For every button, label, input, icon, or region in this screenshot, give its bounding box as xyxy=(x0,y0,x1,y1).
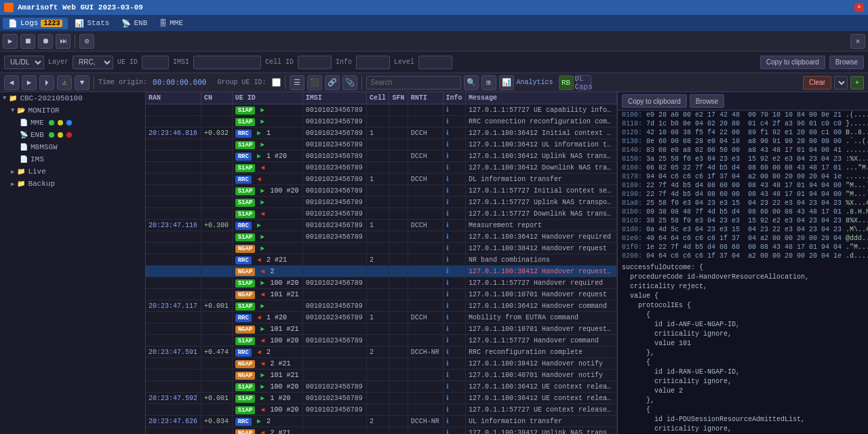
imsi-input[interactable] xyxy=(193,56,261,69)
icon-btn1[interactable]: ☰ xyxy=(290,75,304,90)
table-row[interactable]: 20:23:47.626 +0.034 RRC ▶ 2 2 DCCH-NR ℹ … xyxy=(146,416,617,427)
rb-btn[interactable]: RB xyxy=(559,75,574,90)
clear-select[interactable] xyxy=(834,76,848,90)
copy-btn[interactable]: Copy to clipboard xyxy=(622,94,687,108)
info-icon: ℹ xyxy=(446,383,449,391)
ueid-input[interactable] xyxy=(142,56,169,69)
close-panel-button[interactable]: ✕ xyxy=(850,34,865,49)
filter-button[interactable]: ▼ xyxy=(75,75,90,90)
table-row[interactable]: 20:23:47.117 +0.001 S1AP ▶ 0010102345678… xyxy=(146,300,617,312)
icon-btn2[interactable]: ⬛ xyxy=(307,75,322,90)
table-row[interactable]: S1AP ◀ 00101023456789 ℹ 127.0.1.1:57727 … xyxy=(146,208,617,220)
table-row[interactable]: RRC ◀ 00101023456789 1 DCCH ℹ DL informa… xyxy=(146,174,617,185)
cell-cn xyxy=(201,370,233,381)
json-display: successfulOutcome: { procedureCode id-Ha… xyxy=(618,260,868,434)
close-button[interactable]: × xyxy=(854,3,864,12)
table-row[interactable]: S1AP ▶ 100 #20 00101023456789 ℹ 127.0.1.… xyxy=(146,381,617,393)
browse-btn2[interactable]: Browse xyxy=(690,94,724,108)
icon-btn3[interactable]: 🔗 xyxy=(325,75,340,90)
enb-icon: 📡 xyxy=(121,19,131,28)
tree-root[interactable]: ▼ 📁 CBC-2021050100 xyxy=(0,92,145,104)
cell-imsi: 00101023456789 xyxy=(302,116,366,127)
add-button[interactable]: + xyxy=(850,76,864,90)
search-icon-btn[interactable]: 🔍 xyxy=(464,75,479,90)
table-row[interactable]: S1AP ▶ 00101023456789 ℹ RRC connection r… xyxy=(146,116,617,127)
protocol-badge: S1AP xyxy=(235,406,256,414)
stop-button[interactable]: ⏹ xyxy=(20,34,35,49)
cell-sfn xyxy=(389,174,408,185)
menu-mme[interactable]: 🗄 MME xyxy=(154,18,189,29)
tree-live[interactable]: ▶ 📁 Live xyxy=(0,165,145,178)
tree-ims[interactable]: 📄 IMS xyxy=(0,153,145,165)
cell-ran: 20:23:47.117 xyxy=(146,300,201,312)
table-row[interactable]: S1AP ▶ 100 #20 00101023456789 ℹ 127.0.1.… xyxy=(146,277,617,289)
cell-ran: 20:23:47.591 xyxy=(146,347,201,358)
cell-cn xyxy=(201,162,233,174)
table-row[interactable]: NGAP ◀ 2 ℹ 127.0.1.100:38412 Handover re… xyxy=(146,266,617,277)
table-row[interactable]: 20:23:46.816 +0.032 RRC ▶ 1 001010234567… xyxy=(146,127,617,139)
play-button[interactable]: ▶ xyxy=(3,34,18,49)
tree-backup[interactable]: ▶ 📁 Backup xyxy=(0,178,145,190)
table-row[interactable]: 20:23:47.592 +0.001 S1AP ▶ 1 #20 0010102… xyxy=(146,393,617,404)
menu-stats[interactable]: 📊 Stats xyxy=(69,18,115,29)
tree-mbmsgw[interactable]: 📄 MBMSGW xyxy=(0,141,145,153)
chart-btn[interactable]: 📊 xyxy=(499,75,514,90)
cell-ueid: RRC ◀ xyxy=(232,174,302,185)
dl-caps-btn[interactable]: DL Caps xyxy=(576,75,591,90)
play2-button[interactable]: ⏵ xyxy=(39,75,54,90)
search-input[interactable] xyxy=(366,76,461,90)
table-row[interactable]: S1AP ◀ 100 #20 00101023456789 ℹ 127.0.1.… xyxy=(146,404,617,416)
tree-monitor[interactable]: ▼ 📂 MONITOR xyxy=(0,104,145,117)
table-row[interactable]: NGAP ◀ 101 #21 ℹ 127.0.1.100:10701 Hando… xyxy=(146,289,617,300)
nav-back-button[interactable]: ◀ xyxy=(4,75,19,90)
settings-button[interactable]: ⚙ xyxy=(79,34,94,49)
info-icon: ℹ xyxy=(446,349,449,356)
direction-arrow: ▶ xyxy=(260,233,264,241)
copy-clipboard-button[interactable]: Copy to clipboard xyxy=(760,56,825,69)
cell-sfn xyxy=(389,370,408,381)
clear-button[interactable]: Clear xyxy=(803,76,831,90)
cell-message: 127.0.1.100:10701 Handover request ackno… xyxy=(465,323,616,335)
table-row[interactable]: NGAP ▶ 101 #21 ℹ 127.0.1.100:40701 Hando… xyxy=(146,370,617,381)
table-row[interactable]: NGAP ▶ 101 #21 ℹ 127.0.1.100:10701 Hando… xyxy=(146,323,617,335)
cell-sfn xyxy=(389,277,408,289)
direction-select[interactable]: UL/DLULDL xyxy=(4,56,44,69)
table-row[interactable]: S1AP ▶ 00101023456789 ℹ 127.0.1.1:57727 … xyxy=(146,197,617,208)
tree-enb[interactable]: 📡 ENB xyxy=(0,129,145,141)
group-ue-checkbox[interactable] xyxy=(272,78,281,87)
layer-select[interactable]: RRC,RRCS1APNGAP xyxy=(73,56,113,69)
icon-btn4[interactable]: 📎 xyxy=(342,75,357,90)
table-row[interactable]: NGAP ▶ ℹ 127.0.1.100:38412 Handover requ… xyxy=(146,243,617,254)
step-button[interactable]: ⏭ xyxy=(56,34,71,49)
table-row[interactable]: RRC ◀ 2 #21 2 ℹ NR band combinations xyxy=(146,254,617,266)
table-row[interactable]: S1AP ▶ 100 #20 00101023456789 ℹ 127.0.1.… xyxy=(146,185,617,197)
table-row[interactable]: S1AP ◀ 100 #20 00101023456789 ℹ 127.0.1.… xyxy=(146,335,617,347)
table-row[interactable]: RRC ▶ 1 #20 00101023456789 DCCH ℹ 127.0.… xyxy=(146,151,617,162)
table-row[interactable]: NGAP ◀ 2 #21 ℹ 127.0.1.100:38412 Handove… xyxy=(146,358,617,370)
grid-btn[interactable]: ⊞ xyxy=(481,75,496,90)
table-row[interactable]: 20:23:47.591 +0.474 RRC ◀ 2 2 DCCH-NR ℹ … xyxy=(146,347,617,358)
cell-imsi: 00101023456789 xyxy=(302,185,366,197)
cell-sfn xyxy=(389,393,408,404)
record-button[interactable]: ⏺ xyxy=(38,34,53,49)
menu-enb[interactable]: 📡 ENB xyxy=(116,18,153,29)
warn-button[interactable]: ⚠ xyxy=(57,75,72,90)
protocol-badge: RRC xyxy=(235,256,252,264)
table-row[interactable]: 20:23:47.116 +0.300 RRC ▶ 00101023456789… xyxy=(146,220,617,231)
level-input[interactable] xyxy=(418,56,452,69)
info-input[interactable] xyxy=(356,56,390,69)
table-row[interactable]: RRC ◀ 1 #20 00101023456789 1 DCCH ℹ Mobi… xyxy=(146,312,617,323)
table-row[interactable]: S1AP ▶ 00101023456789 ℹ 127.0.1.100:3641… xyxy=(146,231,617,243)
table-row[interactable]: S1AP ◀ 00101023456789 ℹ 127.0.1.100:3641… xyxy=(146,162,617,174)
table-row[interactable]: NGAP ◀ 2 #21 ℹ 127.0.1.100:38412 Uplink … xyxy=(146,427,617,435)
menu-logs[interactable]: 📄 Logs 1223 xyxy=(3,18,68,29)
cellid-input[interactable] xyxy=(298,56,332,69)
table-row[interactable]: S1AP ▶ 00101023456789 ℹ 127.0.1.100:3641… xyxy=(146,139,617,151)
cell-ueid: NGAP ◀ 2 #21 xyxy=(232,427,302,435)
hex-line: 01f0:1e 22 7f 4d b5 d4 08 60 00 08 43 48… xyxy=(618,243,868,252)
table-row[interactable]: S1AP ▶ 00101023456789 ℹ 127.0.1.1:57727 … xyxy=(146,104,617,116)
nav-forward-button[interactable]: ▶ xyxy=(22,75,37,90)
tree-mme[interactable]: 📄 MME xyxy=(0,117,145,129)
browse-button[interactable]: Browse xyxy=(829,56,864,69)
hex-bytes: 22 7f 4d b5 d4 08 60 00 08 43 48 17 01 9… xyxy=(646,191,842,198)
